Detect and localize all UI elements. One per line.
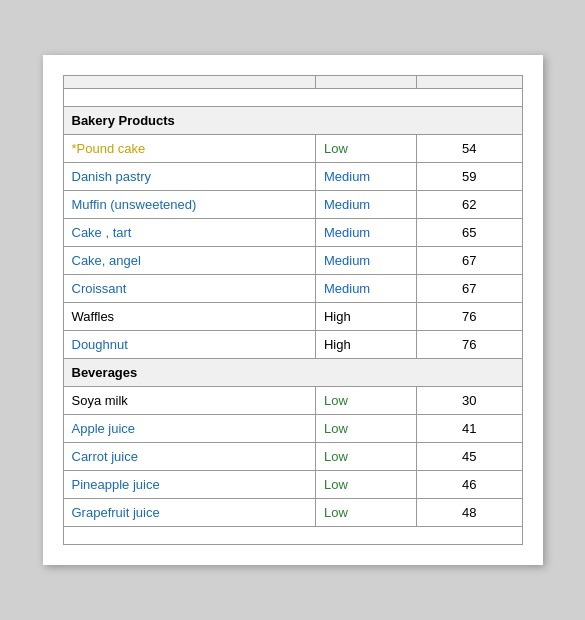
- gi-cell: 76: [416, 303, 522, 331]
- food-link[interactable]: Croissant: [72, 281, 127, 296]
- food-link[interactable]: Carrot juice: [72, 449, 138, 464]
- rating-cell: High: [315, 303, 416, 331]
- rating-cell: High: [315, 331, 416, 359]
- table-row: Carrot juice Low 45: [63, 443, 522, 471]
- food-cell: Waffles: [63, 303, 315, 331]
- rating-cell: Medium: [315, 191, 416, 219]
- table-row: Waffles High 76: [63, 303, 522, 331]
- gi-cell: 46: [416, 471, 522, 499]
- food-table: Bakery Products *Pound cake Low 54 Danis…: [63, 75, 523, 545]
- gi-cell: 67: [416, 275, 522, 303]
- table-row: Soya milk Low 30: [63, 387, 522, 415]
- food-link[interactable]: Muffin (unsweetened): [72, 197, 197, 212]
- food-cell: Muffin (unsweetened): [63, 191, 315, 219]
- gi-cell: 76: [416, 331, 522, 359]
- food-cell: Danish pastry: [63, 163, 315, 191]
- table-row: Grapefruit juice Low 48: [63, 499, 522, 527]
- gi-cell: 48: [416, 499, 522, 527]
- rating-cell: Low: [315, 471, 416, 499]
- table-row: Danish pastry Medium 59: [63, 163, 522, 191]
- food-cell: Croissant: [63, 275, 315, 303]
- table-row: Cake, angel Medium 67: [63, 247, 522, 275]
- gi-cell: 62: [416, 191, 522, 219]
- table-row: Apple juice Low 41: [63, 415, 522, 443]
- rating-cell: Low: [315, 443, 416, 471]
- page-container: Bakery Products *Pound cake Low 54 Danis…: [43, 55, 543, 565]
- food-link[interactable]: Apple juice: [72, 421, 136, 436]
- table-row: Cake , tart Medium 65: [63, 219, 522, 247]
- table-row: Croissant Medium 67: [63, 275, 522, 303]
- food-link[interactable]: Cake , tart: [72, 225, 132, 240]
- rating-cell: Low: [315, 387, 416, 415]
- header-gi: [416, 76, 522, 89]
- table-row: Muffin (unsweetened) Medium 62: [63, 191, 522, 219]
- food-cell: Carrot juice: [63, 443, 315, 471]
- food-cell: Pineapple juice: [63, 471, 315, 499]
- food-cell: *Pound cake: [63, 135, 315, 163]
- gi-cell: 30: [416, 387, 522, 415]
- food-link[interactable]: Grapefruit juice: [72, 505, 160, 520]
- rating-cell: Low: [315, 135, 416, 163]
- table-row: *Pound cake Low 54: [63, 135, 522, 163]
- food-link[interactable]: *Pound cake: [72, 141, 146, 156]
- food-link[interactable]: Cake, angel: [72, 253, 141, 268]
- rating-cell: Medium: [315, 163, 416, 191]
- table-row: Doughnut High 76: [63, 331, 522, 359]
- food-cell: Soya milk: [63, 387, 315, 415]
- section-header-beverages: Beverages: [63, 359, 522, 387]
- rating-cell: Medium: [315, 247, 416, 275]
- food-name: Soya milk: [72, 393, 128, 408]
- gi-cell: 67: [416, 247, 522, 275]
- gi-cell: 59: [416, 163, 522, 191]
- food-link[interactable]: Doughnut: [72, 337, 128, 352]
- food-name: Waffles: [72, 309, 115, 324]
- food-cell: Cake, angel: [63, 247, 315, 275]
- food-link[interactable]: Pineapple juice: [72, 477, 160, 492]
- gi-cell: 54: [416, 135, 522, 163]
- food-link[interactable]: Danish pastry: [72, 169, 151, 184]
- gi-cell: 45: [416, 443, 522, 471]
- rating-cell: Low: [315, 415, 416, 443]
- food-cell: Doughnut: [63, 331, 315, 359]
- header-rating: [315, 76, 416, 89]
- food-cell: Apple juice: [63, 415, 315, 443]
- food-cell: Grapefruit juice: [63, 499, 315, 527]
- table-row: Pineapple juice Low 46: [63, 471, 522, 499]
- section-header-bakery-products: Bakery Products: [63, 107, 522, 135]
- rating-cell: Low: [315, 499, 416, 527]
- gi-cell: 41: [416, 415, 522, 443]
- rating-cell: Medium: [315, 275, 416, 303]
- gi-cell: 65: [416, 219, 522, 247]
- header-food: [63, 76, 315, 89]
- food-cell: Cake , tart: [63, 219, 315, 247]
- rating-cell: Medium: [315, 219, 416, 247]
